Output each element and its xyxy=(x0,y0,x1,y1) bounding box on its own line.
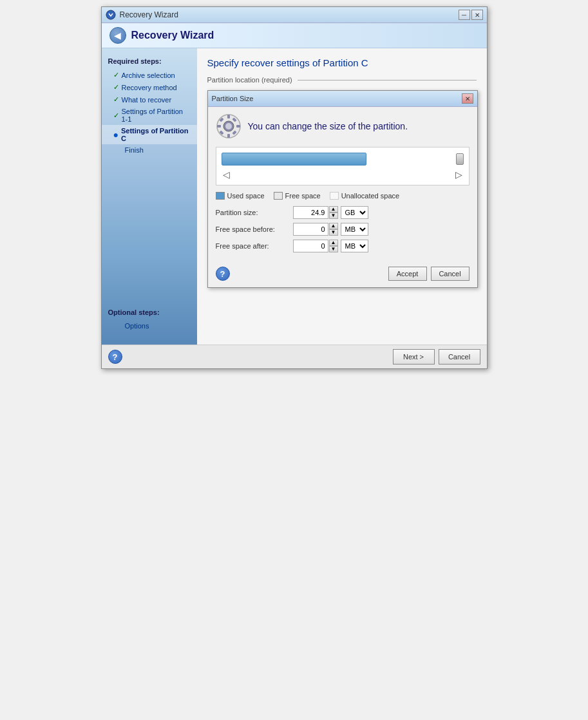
free-before-unit[interactable]: MB GB KB xyxy=(341,223,368,236)
sidebar-label-settings-1: Settings of Partition 1-1 xyxy=(122,108,191,123)
dialog-title-bar: Partition Size ✕ xyxy=(208,91,477,107)
slider-container: ◁ ▷ xyxy=(216,147,469,185)
svg-rect-3 xyxy=(227,115,230,118)
title-bar-left: Recovery Wizard xyxy=(106,10,178,20)
svg-rect-5 xyxy=(217,125,221,128)
sidebar-item-archive-selection[interactable]: ✓ Archive selection xyxy=(102,69,197,81)
partition-size-label: Partition size: xyxy=(216,209,293,216)
footer-cancel-button[interactable]: Cancel xyxy=(439,349,480,365)
sidebar-item-finish[interactable]: Finish xyxy=(102,144,197,156)
sidebar-label-what: What to recover xyxy=(122,96,172,104)
next-button[interactable]: Next > xyxy=(393,349,435,365)
main-content: Required steps: ✓ Archive selection ✓ Re… xyxy=(102,48,487,345)
legend-color-unallocated xyxy=(330,192,339,200)
dialog-icon xyxy=(216,113,242,139)
wizard-header: ◀ Recovery Wizard xyxy=(102,23,487,48)
dialog-message-row: You can change the size of the partition… xyxy=(216,113,469,139)
free-after-input-group: ▲ ▼ MB GB KB xyxy=(293,240,368,252)
main-window: Recovery Wizard ─ ✕ ◀ Recovery Wizard Re… xyxy=(101,6,488,369)
free-after-down[interactable]: ▼ xyxy=(329,246,338,252)
main-title: Specify recover settings of Partition C xyxy=(207,57,477,68)
svg-point-11 xyxy=(225,123,232,129)
active-dot-settings-c: ● xyxy=(113,129,119,140)
legend-color-used xyxy=(216,192,225,200)
legend-unallocated: Unallocated space xyxy=(330,192,400,200)
sidebar-item-options[interactable]: Options xyxy=(102,320,197,332)
dialog-footer: ? Accept Cancel xyxy=(208,263,477,287)
sidebar: Required steps: ✓ Archive selection ✓ Re… xyxy=(102,48,197,345)
free-after-spinner: ▲ ▼ xyxy=(329,240,338,252)
back-arrow: ◀ xyxy=(114,30,121,41)
slider-right-arrow: ▷ xyxy=(455,169,462,180)
svg-point-0 xyxy=(106,10,115,19)
form-row-free-after: Free space after: ▲ ▼ MB GB KB xyxy=(216,240,469,252)
partition-size-down[interactable]: ▼ xyxy=(329,213,338,219)
dialog-message: You can change the size of the partition… xyxy=(248,121,408,131)
sidebar-label-settings-c: Settings of Partition C xyxy=(121,127,191,142)
free-before-label: Free space before: xyxy=(216,225,293,233)
slider-left-arrow: ◁ xyxy=(223,169,230,180)
optional-steps-label: Optional steps: xyxy=(102,306,197,320)
close-button[interactable]: ✕ xyxy=(471,10,483,20)
location-label: Partition location (required) xyxy=(207,76,292,84)
slider-track[interactable] xyxy=(222,153,464,166)
free-before-down[interactable]: ▼ xyxy=(329,229,338,236)
check-icon-recovery-method: ✓ xyxy=(113,83,119,91)
sidebar-optional: Optional steps: Options xyxy=(102,306,197,338)
wizard-title: Recovery Wizard xyxy=(131,30,214,41)
free-before-spinner: ▲ ▼ xyxy=(329,223,338,236)
location-row: Partition location (required) xyxy=(207,76,477,84)
legend-row: Used space Free space Unallocated space xyxy=(216,192,469,200)
partition-size-spinner: ▲ ▼ xyxy=(329,206,338,219)
window-icon xyxy=(106,10,116,20)
free-after-input[interactable] xyxy=(293,240,328,252)
window-title: Recovery Wizard xyxy=(120,10,178,19)
slider-thumb[interactable] xyxy=(456,153,464,165)
partition-size-unit[interactable]: GB MB KB xyxy=(341,206,368,219)
slider-arrows: ◁ ▷ xyxy=(222,169,464,180)
svg-rect-6 xyxy=(236,125,240,128)
minimize-button[interactable]: ─ xyxy=(459,10,470,20)
accept-button[interactable]: Accept xyxy=(388,267,427,281)
sidebar-label-recovery-method: Recovery method xyxy=(122,84,177,91)
form-row-free-before: Free space before: ▲ ▼ MB GB KB xyxy=(216,223,469,236)
legend-free: Free space xyxy=(274,192,321,200)
title-bar: Recovery Wizard ─ ✕ xyxy=(102,7,487,23)
check-icon-what: ✓ xyxy=(113,95,119,104)
dialog-title: Partition Size xyxy=(212,95,254,102)
free-before-input-group: ▲ ▼ MB GB KB xyxy=(293,223,368,236)
legend-color-free xyxy=(274,192,283,200)
location-line xyxy=(298,80,477,81)
legend-used: Used space xyxy=(216,192,265,200)
sidebar-item-what-to-recover[interactable]: ✓ What to recover xyxy=(102,93,197,106)
free-after-up[interactable]: ▲ xyxy=(329,240,338,246)
sidebar-item-recovery-method[interactable]: ✓ Recovery method xyxy=(102,81,197,93)
check-icon-settings-1: ✓ xyxy=(113,111,119,120)
back-button[interactable]: ◀ xyxy=(109,27,126,44)
svg-rect-4 xyxy=(227,134,230,138)
legend-label-free: Free space xyxy=(285,192,321,200)
slider-fill xyxy=(222,153,367,166)
main-panel: Specify recover settings of Partition C … xyxy=(197,48,487,345)
dialog-body: You can change the size of the partition… xyxy=(208,107,477,263)
check-icon-archive: ✓ xyxy=(113,71,119,79)
sidebar-item-settings-c[interactable]: ● Settings of Partition C xyxy=(102,125,197,144)
free-after-label: Free space after: xyxy=(216,242,293,250)
sidebar-item-settings-1-1[interactable]: ✓ Settings of Partition 1-1 xyxy=(102,106,197,125)
dialog-help-button[interactable]: ? xyxy=(216,267,230,281)
footer-help-button[interactable]: ? xyxy=(108,350,122,364)
required-steps-label: Required steps: xyxy=(102,55,197,69)
dialog-close-button[interactable]: ✕ xyxy=(462,93,473,104)
legend-label-used: Used space xyxy=(227,192,265,200)
title-bar-controls: ─ ✕ xyxy=(459,10,483,20)
sidebar-label-archive: Archive selection xyxy=(122,71,175,79)
free-after-unit[interactable]: MB GB KB xyxy=(341,240,368,252)
free-before-input[interactable] xyxy=(293,223,328,236)
dialog-cancel-button[interactable]: Cancel xyxy=(431,267,469,281)
sidebar-label-finish: Finish xyxy=(125,146,144,154)
partition-size-up[interactable]: ▲ xyxy=(329,206,338,213)
sidebar-label-options: Options xyxy=(125,322,149,330)
partition-size-input-group: ▲ ▼ GB MB KB xyxy=(293,206,368,219)
free-before-up[interactable]: ▲ xyxy=(329,223,338,229)
partition-size-input[interactable] xyxy=(293,206,328,219)
